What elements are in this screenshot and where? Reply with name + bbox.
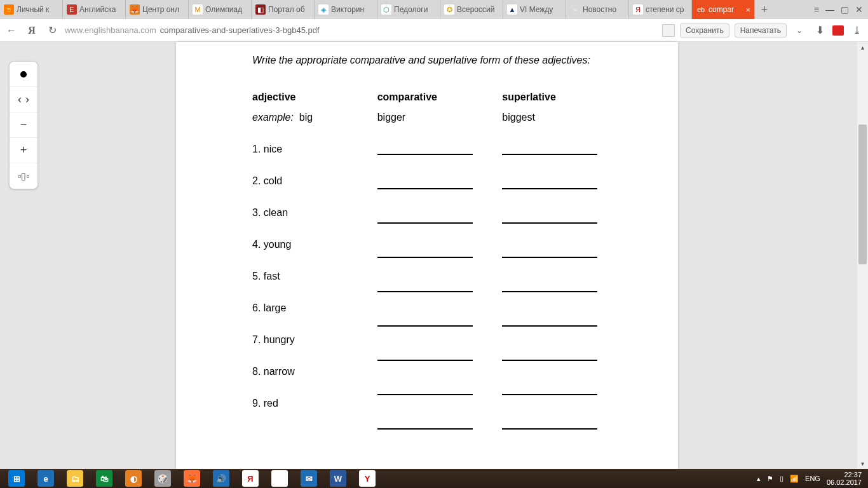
col-adjective-header: adjective xyxy=(252,92,377,103)
superlative-blank xyxy=(502,212,627,226)
downloads-button[interactable]: ⬇ xyxy=(812,23,827,38)
menu-button[interactable]: ≡ xyxy=(814,4,819,15)
taskbar-yandex-search[interactable]: Я xyxy=(236,470,264,487)
taskbar-firefox[interactable]: 🦊 xyxy=(178,470,206,487)
example-comparative: bigger xyxy=(377,112,503,123)
comparative-blank xyxy=(377,247,503,261)
tab-9[interactable]: ▫Новостно xyxy=(566,0,629,19)
comparative-blank xyxy=(377,384,503,398)
tab-label: VI Между xyxy=(520,5,562,14)
tray-date: 06.02.2017 xyxy=(827,478,862,486)
scroll-up-arrow[interactable]: ▴ xyxy=(857,42,868,53)
tab-2[interactable]: 🦊Центр онл xyxy=(126,0,189,19)
tab-8[interactable]: ▲VI Между xyxy=(503,0,566,19)
tab-5[interactable]: ◈Викторин xyxy=(315,0,377,19)
start-button[interactable]: ⊞ xyxy=(3,470,31,487)
tab-7[interactable]: ✪Всероссий xyxy=(440,0,503,19)
zoom-in-button[interactable]: + xyxy=(10,138,37,163)
tray-flag-icon[interactable]: ⚑ xyxy=(767,475,773,483)
tab-favicon: ◧ xyxy=(255,4,266,15)
pdf-icon xyxy=(832,25,844,36)
system-tray: ▴ ⚑ ▯ 📶 ENG 22:37 06.02.2017 xyxy=(757,471,865,486)
reader-mode-button[interactable] xyxy=(662,24,675,37)
example-adjective: big xyxy=(299,112,313,123)
back-button[interactable]: ← xyxy=(4,23,19,38)
tray-battery-icon[interactable]: ▯ xyxy=(780,475,783,483)
pdf-page: Write the appropriate comparative and su… xyxy=(176,42,678,469)
close-window-button[interactable]: ✕ xyxy=(855,4,863,15)
taskbar-explorer[interactable]: 🗂 xyxy=(61,470,89,487)
scroll-down-arrow[interactable]: ▾ xyxy=(857,458,868,469)
tray-up-icon[interactable]: ▴ xyxy=(757,475,761,483)
superlative-blank xyxy=(502,247,627,261)
col-superlative-header: superlative xyxy=(502,92,627,103)
fit-width-button[interactable]: ▫▯▫ xyxy=(10,163,37,189)
taskbar-yandex-browser[interactable]: Y xyxy=(353,470,381,487)
adjective-item: 8. narrow xyxy=(252,366,377,377)
example-label: example: xyxy=(252,112,294,123)
instruction-text: Write the appropriate comparative and su… xyxy=(252,55,627,66)
tab-label: Олимпиад xyxy=(205,5,247,14)
comparative-blank xyxy=(377,178,503,192)
taskbar-mail[interactable]: ✉ xyxy=(295,470,323,487)
tray-language[interactable]: ENG xyxy=(805,475,820,482)
taskbar-store[interactable]: 🛍 xyxy=(90,470,118,487)
taskbar-ie[interactable]: e xyxy=(32,470,60,487)
print-button[interactable]: Напечатать xyxy=(735,24,787,37)
vertical-scrollbar[interactable]: ▴ ▾ xyxy=(857,42,868,469)
window-controls: ≡—▢✕ xyxy=(809,0,868,19)
url-display[interactable]: www.englishbanana.com comparatives-and-s… xyxy=(65,25,657,35)
tray-clock[interactable]: 22:37 06.02.2017 xyxy=(827,471,862,486)
superlative-blank xyxy=(502,349,627,363)
taskbar-chrome[interactable]: ◉ xyxy=(266,470,294,487)
tab-6[interactable]: ⬡Педологи xyxy=(377,0,440,19)
tray-network-icon[interactable]: 📶 xyxy=(790,475,799,483)
superlative-blank xyxy=(502,418,627,432)
taskbar-sound[interactable]: 🔊 xyxy=(207,470,235,487)
yandex-logo[interactable]: Я xyxy=(24,23,39,38)
page-nav[interactable]: ‹› xyxy=(10,87,37,112)
tab-favicon: E xyxy=(67,4,77,15)
tab-favicon: ▫ xyxy=(570,4,580,15)
tab-11[interactable]: ebcompar× xyxy=(692,0,755,19)
superlative-blank xyxy=(502,281,627,295)
adjective-item: 1. nice xyxy=(252,144,377,155)
reload-button[interactable]: ↻ xyxy=(44,23,60,38)
tab-label: Личный к xyxy=(17,5,58,14)
taskbar-word[interactable]: W xyxy=(324,470,352,487)
adjective-item: 4. young xyxy=(252,239,377,250)
pdf-sidebar-toolbar: ‹› − + ▫▯▫ xyxy=(9,61,38,189)
tab-1[interactable]: EАнглийска xyxy=(63,0,126,19)
minimize-button[interactable]: — xyxy=(825,4,834,15)
tab-0[interactable]: ≡Личный к xyxy=(0,0,63,19)
comparative-blank xyxy=(377,144,503,158)
taskbar-app-orange[interactable]: ◐ xyxy=(119,470,147,487)
maximize-button[interactable]: ▢ xyxy=(841,4,849,15)
save-button[interactable]: Сохранить xyxy=(680,24,729,37)
tab-label: Всероссий xyxy=(457,5,499,14)
close-icon[interactable]: × xyxy=(745,5,750,15)
tab-4[interactable]: ◧Портал об xyxy=(252,0,315,19)
tab-favicon: eb xyxy=(696,4,706,15)
adjective-item: 9. red xyxy=(252,398,377,409)
example-superlative: biggest xyxy=(502,112,627,123)
tab-10[interactable]: Ястепени ср xyxy=(629,0,692,19)
tab-label: Английска xyxy=(79,5,121,14)
comparative-blank xyxy=(377,315,503,329)
scroll-thumb[interactable] xyxy=(858,125,867,264)
thumbnail-toggle[interactable] xyxy=(10,62,37,87)
tab-3[interactable]: MОлимпиад xyxy=(189,0,252,19)
taskbar: ⊞ e 🗂 🛍 ◐ 🎲 🦊 🔊 Я ◉ ✉ W Y ▴ ⚑ ▯ 📶 ENG 22… xyxy=(0,469,868,488)
download-file-button[interactable]: ⤓ xyxy=(849,23,864,38)
tab-label: степени ср xyxy=(646,5,688,14)
taskbar-app-grey[interactable]: 🎲 xyxy=(149,470,177,487)
dropdown-button[interactable]: ⌄ xyxy=(792,23,807,38)
adjective-item: 3. clean xyxy=(252,207,377,219)
tab-favicon: 🦊 xyxy=(130,4,140,15)
zoom-out-button[interactable]: − xyxy=(10,112,37,138)
comparative-blank xyxy=(377,349,503,363)
superlative-blank xyxy=(502,384,627,398)
new-tab-button[interactable]: + xyxy=(755,0,774,19)
dot-icon xyxy=(20,71,27,78)
tab-label: Педологи xyxy=(394,5,436,14)
